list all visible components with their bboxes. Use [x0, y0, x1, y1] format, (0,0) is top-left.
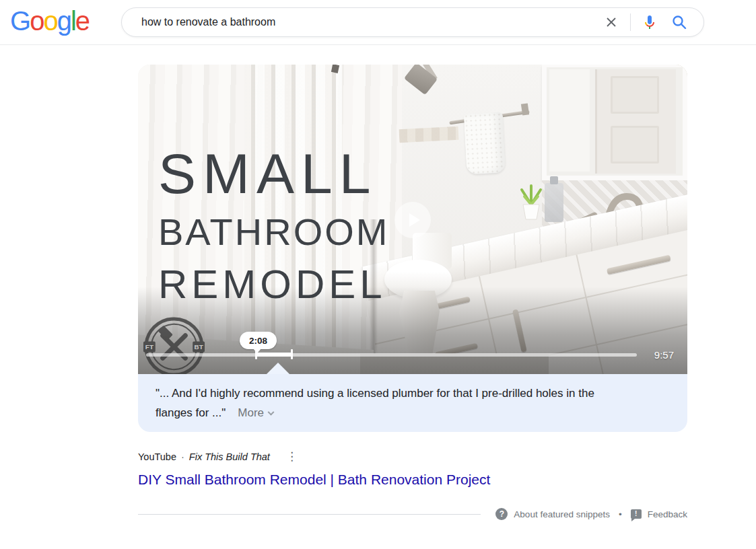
bottom-gradient: [138, 287, 687, 374]
clip-end-tick: [291, 349, 293, 359]
mirror-reflection-door: [595, 69, 676, 174]
play-icon: [409, 213, 420, 227]
overlay-line-2: BATHROOM: [158, 213, 389, 251]
transcript-snippet-panel: "... And I'd highly recommend using a li…: [138, 374, 687, 432]
search-header: Google: [0, 0, 756, 45]
kebab-menu-icon[interactable]: ⋮: [286, 451, 298, 462]
timestamp-badge[interactable]: 2:08: [240, 332, 277, 349]
source-separator: ·: [181, 451, 184, 462]
feedback-icon[interactable]: !: [631, 509, 642, 519]
drawer-handle: [607, 255, 671, 275]
close-x-icon: [605, 16, 617, 28]
search-input[interactable]: [141, 16, 603, 28]
footer-divider: [138, 514, 481, 515]
video-thumbnail[interactable]: SMALL BATHROOM REMODEL FT BT 2:08 9:57: [138, 65, 687, 374]
thumbnail-title-overlay: SMALL BATHROOM REMODEL: [158, 145, 389, 305]
clear-search-icon[interactable]: [603, 14, 619, 30]
magnifier-glyph: [671, 14, 687, 30]
soap-dispenser: [545, 183, 563, 222]
quote-line-2: flanges for ...": [156, 406, 226, 419]
more-link[interactable]: More: [238, 406, 273, 419]
mic-glyph: [642, 14, 658, 30]
video-progress-track[interactable]: [146, 353, 637, 357]
search-submit-icon[interactable]: [671, 14, 687, 30]
badge-right-text: BT: [195, 343, 203, 351]
quote-line-1: "... And I'd highly recommend using a li…: [156, 383, 670, 403]
search-divider: [630, 13, 631, 31]
vanity-mirror: [542, 65, 687, 180]
google-search-results-page: Google: [0, 0, 756, 549]
clip-segment: [256, 353, 293, 357]
question-circle-icon[interactable]: ?: [495, 508, 508, 520]
search-bar[interactable]: [121, 7, 704, 37]
soap-dispenser-pump: [550, 176, 558, 184]
door-panel: [611, 76, 659, 114]
footer-bullet: •: [619, 509, 622, 519]
result-title-link[interactable]: DIY Small Bathroom Remodel | Bath Renova…: [138, 472, 490, 488]
transcript-quote: "... And I'd highly recommend using a li…: [156, 383, 670, 423]
chevron-down-icon: [268, 409, 275, 416]
result-source-row: YouTube · Fix This Build That ⋮: [138, 451, 298, 462]
google-logo[interactable]: Google: [10, 6, 89, 36]
potted-plant: [515, 180, 547, 222]
about-featured-snippets-link[interactable]: About featured snippets: [514, 509, 610, 519]
featured-snippet-footer: ? About featured snippets • ! Feedback: [138, 507, 687, 521]
towel-bar-bracket: [521, 103, 529, 115]
video-duration: 9:57: [654, 349, 674, 361]
channel-badge-logo: FT BT: [142, 315, 206, 374]
badge-left-text: FT: [145, 343, 153, 351]
snippet-pointer: [267, 363, 289, 374]
source-site[interactable]: YouTube: [138, 451, 176, 462]
more-label: More: [238, 406, 264, 419]
feedback-link[interactable]: Feedback: [648, 509, 687, 519]
source-channel[interactable]: Fix This Build That: [189, 451, 270, 462]
door-panel: [611, 126, 659, 163]
play-button[interactable]: [394, 202, 431, 238]
voice-search-mic-icon[interactable]: [642, 14, 658, 30]
hand-towel: [464, 112, 506, 175]
mirror-reflection-curtain: [549, 69, 590, 172]
overlay-line-1: SMALL: [158, 145, 389, 202]
